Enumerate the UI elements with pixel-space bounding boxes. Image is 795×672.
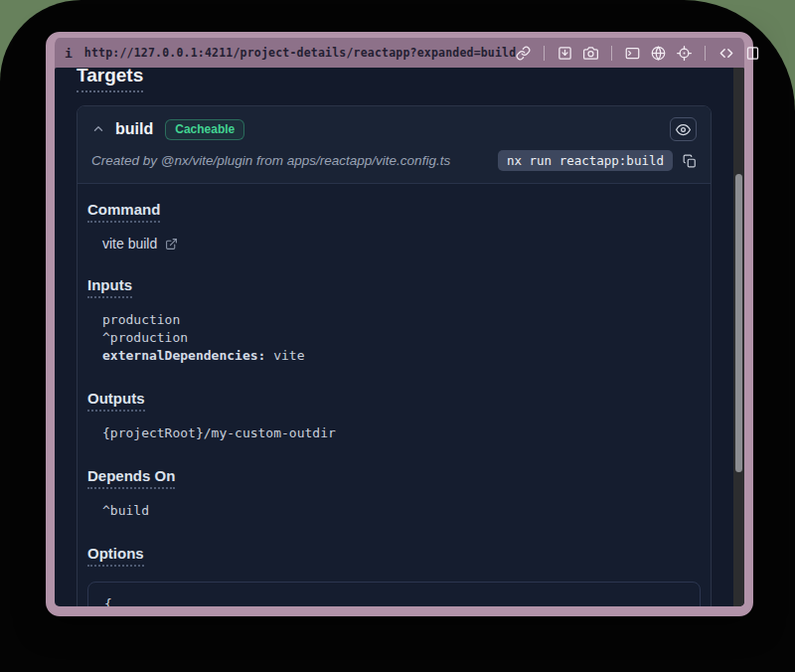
url-text[interactable]: http://127.0.0.1:4211/project-details/re… (84, 46, 517, 60)
output-item: {projectRoot}/my-custom-outdir (102, 424, 701, 442)
target-card-build: build Cacheable Created by @nx/vite/plug… (77, 105, 712, 606)
toolbar-icons (516, 46, 760, 61)
split-panel-icon[interactable] (745, 46, 760, 61)
toolbar-separator (611, 46, 612, 61)
screenshot-download-icon[interactable] (557, 46, 572, 61)
section-heading-outputs: Outputs (87, 390, 145, 412)
section-outputs: Outputs {projectRoot}/my-custom-outdir (87, 390, 701, 442)
view-target-details-button[interactable] (670, 117, 697, 141)
input-item: ^production (102, 329, 701, 347)
input-dep-key: externalDependencies: (102, 348, 265, 363)
globe-icon[interactable] (651, 46, 666, 61)
target-body-build: Command vite build Inputs (78, 184, 711, 606)
section-inputs: Inputs production ^production externalDe… (87, 276, 701, 365)
input-item: externalDependencies: vite (102, 347, 701, 365)
project-details-page: Targets build Cacheable (55, 68, 733, 606)
input-item: production (102, 311, 701, 329)
input-dep-value: vite (265, 348, 304, 363)
scrollbar[interactable] (733, 68, 744, 606)
browser-window: i http://127.0.0.1:4211/project-details/… (46, 32, 753, 616)
section-command: Command vite build (87, 201, 701, 252)
chevron-up-icon[interactable] (91, 122, 105, 136)
options-json-block: { "cwd": "apps/reactapp" } (87, 582, 701, 606)
depends-on-item: ^build (102, 502, 701, 520)
scrollbar-thumb[interactable] (735, 174, 742, 472)
target-crosshair-icon[interactable] (677, 46, 692, 61)
copy-icon[interactable] (683, 154, 697, 168)
command-value: vite build (102, 236, 157, 252)
section-heading-options: Options (87, 545, 144, 567)
code-icon[interactable] (718, 46, 734, 61)
browser-toolbar: i http://127.0.0.1:4211/project-details/… (55, 38, 744, 68)
cacheable-badge: Cacheable (165, 119, 244, 140)
page-viewport: Targets build Cacheable (55, 68, 744, 606)
eye-icon (676, 122, 691, 137)
section-heading-command: Command (87, 201, 160, 223)
section-options: Options { "cwd": "apps/reactapp" } (87, 545, 701, 606)
section-heading-inputs: Inputs (87, 276, 132, 298)
json-line: { (104, 595, 684, 606)
camera-icon[interactable] (583, 46, 598, 61)
toolbar-separator (544, 46, 545, 61)
section-depends-on: Depends On ^build (87, 467, 701, 520)
target-name: build (115, 120, 153, 138)
run-command-chip: nx run reactapp:build (498, 150, 673, 171)
page-title: Targets (77, 68, 143, 92)
created-by-text: Created by @nx/vite/plugin from apps/rea… (91, 153, 450, 168)
link-icon[interactable] (516, 46, 531, 61)
info-icon: i (65, 46, 73, 61)
section-heading-depends-on: Depends On (87, 467, 175, 489)
terminal-icon[interactable] (625, 46, 640, 61)
toolbar-separator (705, 46, 706, 61)
target-header-build: build Cacheable Created by @nx/vite/plug… (78, 106, 711, 184)
external-link-icon[interactable] (165, 238, 178, 251)
